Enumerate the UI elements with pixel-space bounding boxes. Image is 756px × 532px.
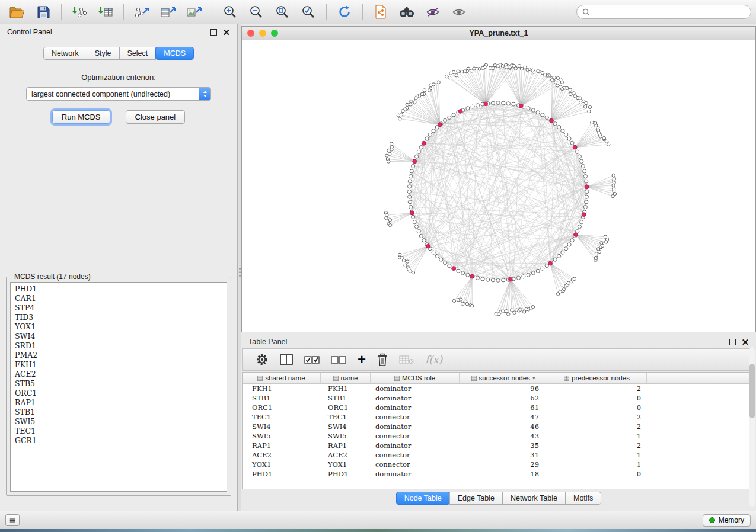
- tab-select[interactable]: Select: [119, 47, 157, 60]
- export-document-button[interactable]: [368, 2, 393, 22]
- zoom-in-button[interactable]: [218, 2, 243, 22]
- search-box[interactable]: [576, 5, 751, 19]
- column-header-shared-name[interactable]: shared name: [243, 373, 321, 383]
- tab-style[interactable]: Style: [87, 47, 120, 60]
- run-mcds-button[interactable]: Run MCDS: [52, 110, 110, 124]
- save-session-button[interactable]: [31, 2, 56, 22]
- memory-button[interactable]: Memory: [703, 514, 751, 527]
- hide-details-button[interactable]: [420, 2, 445, 22]
- table-row[interactable]: TEC1TEC1connector472: [243, 412, 755, 422]
- network-canvas[interactable]: [242, 40, 755, 332]
- show-columns-button[interactable]: [280, 354, 293, 365]
- delete-column-button[interactable]: [377, 353, 388, 366]
- table-row[interactable]: STB1STB1dominator620: [243, 393, 755, 403]
- mcds-node-item[interactable]: STB1: [11, 408, 227, 417]
- zoom-fit-button[interactable]: [270, 2, 295, 22]
- mcds-node-item[interactable]: RAP1: [11, 398, 227, 408]
- tab-edge-table[interactable]: Edge Table: [449, 492, 503, 505]
- tab-network-table[interactable]: Network Table: [502, 492, 566, 505]
- clear-table-button[interactable]: [399, 355, 414, 364]
- float-panel-icon[interactable]: [210, 29, 217, 36]
- desktop-wallpaper: [0, 529, 756, 532]
- table-row[interactable]: FKH1FKH1dominator962: [243, 384, 755, 393]
- panel-menu-button[interactable]: [5, 514, 20, 526]
- table-row[interactable]: PHD1PHD1dominator180: [243, 469, 755, 479]
- column-header-successor-nodes[interactable]: successor nodes▾: [460, 373, 547, 383]
- tab-motifs[interactable]: Motifs: [565, 492, 601, 505]
- zoom-selected-button[interactable]: [296, 2, 321, 22]
- mcds-node-item[interactable]: TID3: [11, 313, 227, 322]
- refresh-layout-button[interactable]: [332, 2, 357, 22]
- import-network-button[interactable]: [67, 2, 92, 22]
- table-header-row: shared namenameMCDS rolesuccessor nodes▾…: [243, 373, 755, 384]
- mcds-node-item[interactable]: STP4: [11, 303, 227, 313]
- tab-node-table[interactable]: Node Table: [396, 492, 450, 505]
- float-table-panel-icon[interactable]: [729, 339, 736, 345]
- export-image-button[interactable]: [181, 2, 206, 22]
- cell-successor_nodes: 96: [460, 384, 547, 393]
- column-header-name[interactable]: name: [321, 373, 371, 383]
- cell-mcds_role: dominator: [371, 422, 460, 431]
- mcds-node-item[interactable]: SWI5: [11, 417, 227, 427]
- cell-mcds_role: connector: [371, 460, 460, 469]
- cell-name: SWI4: [321, 422, 371, 431]
- search-icon: [582, 8, 590, 16]
- column-header-filler: [647, 373, 755, 383]
- window-controls: [247, 30, 278, 37]
- network-view-window: YPA_prune.txt_1: [241, 26, 756, 332]
- network-graph[interactable]: [242, 40, 755, 332]
- create-column-button[interactable]: +: [358, 352, 366, 367]
- table-row[interactable]: ORC1ORC1dominator610: [243, 403, 755, 412]
- control-panel-header: Control Panel ✕: [0, 24, 237, 40]
- search-input[interactable]: [594, 7, 745, 17]
- open-file-button[interactable]: [5, 2, 30, 22]
- cell-name: ACE2: [321, 451, 371, 459]
- mcds-node-item[interactable]: SRD1: [11, 341, 227, 351]
- table-scrollbar[interactable]: [749, 347, 755, 507]
- cell-name: PHD1: [321, 470, 371, 478]
- table-row[interactable]: RAP1RAP1dominator352: [243, 441, 755, 450]
- deselect-all-button[interactable]: [331, 355, 346, 364]
- mcds-node-item[interactable]: SWI4: [11, 332, 227, 341]
- column-header-predecessor-nodes[interactable]: predecessor nodes: [547, 373, 647, 383]
- minimize-window-icon[interactable]: [259, 30, 266, 37]
- mcds-node-item[interactable]: CAR1: [11, 294, 227, 303]
- select-all-button[interactable]: [304, 355, 320, 364]
- zoom-fit-icon: [275, 5, 289, 19]
- maximize-window-icon[interactable]: [271, 30, 278, 37]
- show-details-button[interactable]: [446, 2, 471, 22]
- mcds-node-item[interactable]: PHD1: [11, 284, 227, 294]
- tab-mcds[interactable]: MCDS: [155, 47, 194, 60]
- network-edges: [409, 103, 586, 280]
- table-settings-button[interactable]: [256, 353, 269, 366]
- column-header-MCDS-role[interactable]: MCDS role: [371, 373, 460, 383]
- optimization-criterion-select[interactable]: largest connected component (undirected): [26, 87, 211, 101]
- search-network-button[interactable]: [394, 2, 419, 22]
- mcds-node-item[interactable]: GCR1: [11, 436, 227, 446]
- mcds-node-item[interactable]: FKH1: [11, 360, 227, 370]
- mcds-node-item[interactable]: ORC1: [11, 389, 227, 398]
- table-row[interactable]: YOX1YOX1connector291: [243, 460, 755, 469]
- scrollbar-thumb[interactable]: [749, 364, 755, 418]
- mcds-node-item[interactable]: ACE2: [11, 370, 227, 379]
- close-panel-icon[interactable]: ✕: [222, 28, 230, 37]
- network-window-titlebar[interactable]: YPA_prune.txt_1: [242, 27, 755, 40]
- mcds-node-item[interactable]: YOX1: [11, 322, 227, 332]
- mcds-node-item[interactable]: PMA2: [11, 351, 227, 360]
- table-row[interactable]: SWI4SWI4dominator462: [243, 422, 755, 431]
- cell-predecessor_nodes: 0: [547, 394, 647, 402]
- export-network-button[interactable]: [129, 2, 154, 22]
- mcds-node-item[interactable]: TEC1: [11, 427, 227, 436]
- close-panel-button[interactable]: Close panel: [126, 110, 186, 124]
- import-table-button[interactable]: [93, 2, 118, 22]
- table-row[interactable]: ACE2ACE2connector311: [243, 450, 755, 460]
- export-table-button[interactable]: [155, 2, 180, 22]
- mcds-result-list[interactable]: PHD1CAR1STP4TID3YOX1SWI4SRD1PMA2FKH1ACE2…: [10, 282, 227, 492]
- zoom-out-button[interactable]: [244, 2, 269, 22]
- table-row[interactable]: SWI5SWI5connector431: [243, 431, 755, 441]
- tab-network[interactable]: Network: [43, 47, 87, 60]
- close-table-panel-icon[interactable]: ✕: [741, 338, 749, 347]
- mcds-node-item[interactable]: STB5: [11, 379, 227, 389]
- close-window-icon[interactable]: [247, 30, 254, 37]
- function-builder-button[interactable]: f(x): [425, 354, 442, 366]
